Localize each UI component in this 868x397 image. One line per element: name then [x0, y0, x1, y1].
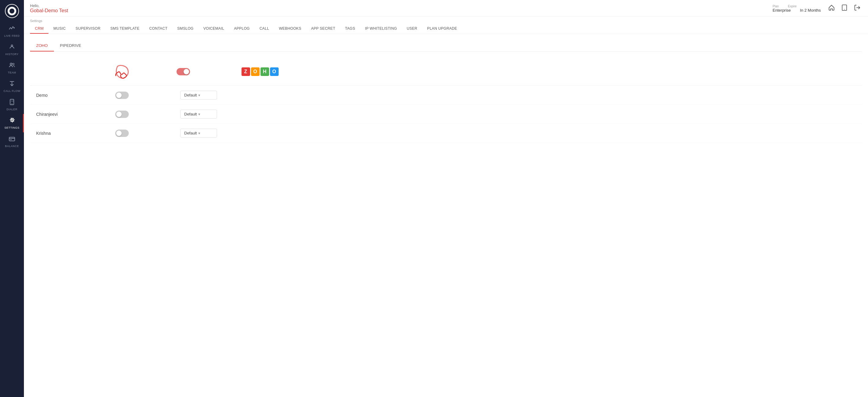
tab-contact[interactable]: CONTACT: [144, 24, 172, 34]
plan-label: Plan: [773, 5, 779, 8]
user-name: Gobal-Demo Test: [30, 8, 68, 13]
home-button[interactable]: [827, 3, 836, 14]
call-flow-icon: [8, 80, 15, 89]
toggle-krishna[interactable]: [115, 130, 129, 137]
toggle-demo[interactable]: [115, 92, 129, 99]
main-content: Hello, Gobal-Demo Test Plan Expire Enter…: [24, 0, 868, 397]
tab-crm[interactable]: CRM: [30, 24, 49, 34]
phone-icon: [113, 64, 131, 79]
sidebar-item-live-feed[interactable]: LIVE FEED: [0, 22, 24, 40]
hello-text: Hello,: [30, 4, 68, 8]
table-row: Chiranjeevi Default ▾: [30, 105, 862, 124]
plan-value: Enterprise: [773, 8, 791, 12]
sidebar-item-label: LIVE FEED: [4, 34, 20, 37]
tab-supervisor[interactable]: SUPERVISOR: [70, 24, 105, 34]
row-dropdown-chiranjeevi[interactable]: Default ▾: [153, 110, 245, 119]
header-right: Plan Expire Enterprise In 2 Months: [773, 3, 862, 14]
zoho-o1: O: [251, 67, 259, 76]
zoho-col-logo-header: Z O H O: [214, 67, 306, 76]
sidebar-item-settings[interactable]: SETTINGS: [0, 114, 24, 132]
table-row: Demo Default ▾: [30, 86, 862, 105]
sidebar-item-call-flow[interactable]: CALL FLOW: [0, 77, 24, 96]
tab-ip-whitelisting[interactable]: IP WHITELISTING: [360, 24, 402, 34]
dropdown-krishna[interactable]: Default ▾: [180, 129, 217, 137]
logout-button[interactable]: [853, 3, 862, 14]
sidebar-item-balance[interactable]: BALANCE: [0, 132, 24, 151]
balance-icon: [8, 135, 15, 144]
zoho-table: Z O H O Demo Def: [30, 61, 862, 143]
svg-point-3: [13, 63, 14, 65]
dropdown-chiranjeevi[interactable]: Default ▾: [180, 110, 217, 119]
tab-sms-template[interactable]: SMS TEMPLATE: [105, 24, 144, 34]
crm-tab-zoho[interactable]: ZOHO: [30, 40, 54, 52]
tab-music[interactable]: MUSIC: [49, 24, 70, 34]
sidebar-item-label: SETTINGS: [4, 126, 19, 129]
logo[interactable]: [4, 3, 20, 19]
svg-point-8: [12, 103, 12, 104]
sidebar-item-label: TEAM: [8, 71, 16, 74]
tab-webhooks[interactable]: WEBHOOKS: [274, 24, 306, 34]
sidebar-item-dialer[interactable]: SIP DIALER: [0, 96, 24, 114]
tab-smslog[interactable]: SMSLOG: [172, 24, 198, 34]
toggle-chiranjeevi[interactable]: [115, 110, 129, 118]
tab-plan-upgrade[interactable]: PLAN UPGRADE: [422, 24, 462, 34]
row-name-chiranjeevi: Chiranjeevi: [30, 112, 91, 117]
sidebar-item-label: CALL FLOW: [3, 90, 20, 93]
tablet-button[interactable]: [840, 3, 849, 14]
settings-icon: [8, 117, 15, 125]
tab-user[interactable]: USER: [402, 24, 422, 34]
tab-app-secret[interactable]: APP SECRET: [306, 24, 340, 34]
settings-tabs: CRM MUSIC SUPERVISOR SMS TEMPLATE CONTAC…: [30, 24, 862, 34]
tab-applog[interactable]: APPLOG: [229, 24, 255, 34]
dropdown-krishna-value: Default: [184, 131, 197, 135]
zoho-col-toggle-header: [91, 64, 153, 79]
row-toggle-krishna[interactable]: [91, 130, 153, 137]
sidebar: LIVE FEED HISTORY TEAM: [0, 0, 24, 397]
row-toggle-demo[interactable]: [91, 92, 153, 99]
svg-rect-13: [10, 139, 12, 140]
plan-values: Enterprise In 2 Months: [773, 8, 821, 12]
header-left: Hello, Gobal-Demo Test: [30, 4, 68, 13]
sidebar-item-team[interactable]: TEAM: [0, 59, 24, 77]
row-name-demo: Demo: [30, 93, 91, 98]
crm-tab-pipedrive[interactable]: PIPEDRIVE: [54, 40, 87, 52]
row-toggle-chiranjeevi[interactable]: [91, 110, 153, 118]
svg-text:SIP: SIP: [11, 100, 14, 102]
chevron-down-icon: ▾: [198, 93, 200, 97]
history-icon: [8, 43, 15, 52]
plan-info: Plan Expire Enterprise In 2 Months: [773, 5, 821, 12]
dialer-icon: SIP: [8, 99, 15, 107]
header-icons: [827, 3, 862, 14]
row-dropdown-krishna[interactable]: Default ▾: [153, 129, 245, 137]
row-name-krishna: Krishna: [30, 131, 91, 136]
zoho-z: Z: [242, 67, 250, 76]
zoho-o2: O: [270, 67, 279, 76]
sidebar-item-label: HISTORY: [5, 53, 19, 56]
zoho-h: H: [260, 67, 269, 76]
settings-label: Settings: [30, 19, 862, 23]
svg-point-15: [844, 9, 845, 10]
header: Hello, Gobal-Demo Test Plan Expire Enter…: [24, 0, 868, 16]
svg-point-4: [12, 63, 12, 64]
settings-header: Settings CRM MUSIC SUPERVISOR SMS TEMPLA…: [24, 16, 868, 34]
team-icon: [8, 62, 15, 70]
tab-call[interactable]: CALL: [255, 24, 274, 34]
svg-rect-11: [9, 137, 15, 141]
crm-content: ZOHO PIPEDRIVE: [24, 34, 868, 397]
expire-label: Expire: [788, 5, 797, 8]
chevron-down-icon: ▾: [198, 112, 200, 117]
sidebar-item-label: BALANCE: [5, 144, 19, 147]
zoho-logo: Z O H O: [242, 67, 279, 76]
svg-point-1: [11, 45, 13, 46]
sidebar-item-label: DIALER: [6, 108, 18, 111]
header-toggle[interactable]: [177, 68, 190, 75]
svg-point-0: [13, 27, 15, 29]
row-dropdown-demo[interactable]: Default ▾: [153, 91, 245, 100]
crm-tabs: ZOHO PIPEDRIVE: [30, 40, 862, 52]
plan-labels: Plan Expire: [773, 5, 821, 8]
chevron-down-icon: ▾: [198, 131, 200, 135]
tab-voicemail[interactable]: VOICEMAIL: [198, 24, 229, 34]
tab-tags[interactable]: TAGS: [340, 24, 360, 34]
sidebar-item-history[interactable]: HISTORY: [0, 40, 24, 59]
dropdown-demo[interactable]: Default ▾: [180, 91, 217, 100]
